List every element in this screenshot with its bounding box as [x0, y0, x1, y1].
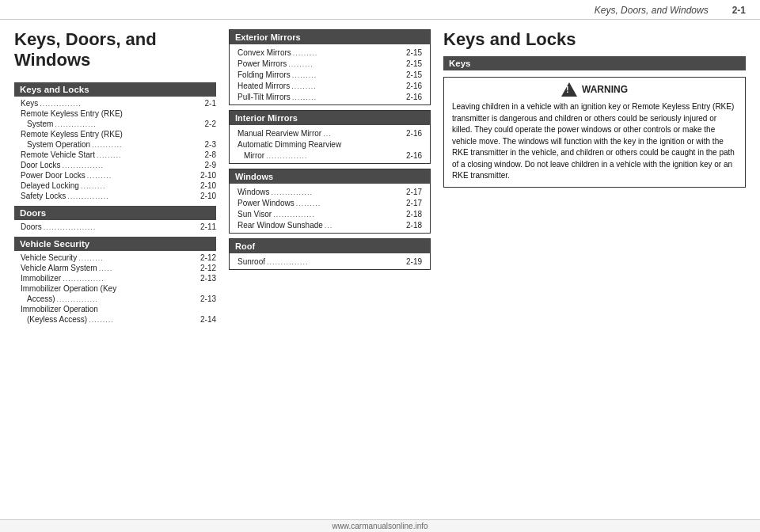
- section-header-vehicle-security: Vehicle Security: [14, 237, 216, 251]
- page-header: Keys, Doors, and Windows 2-1: [0, 0, 760, 20]
- main-content: Keys, Doors, and Windows Keys and Locks …: [0, 20, 760, 526]
- warning-label: WARNING: [582, 84, 628, 95]
- page-number: 2-1: [732, 5, 746, 16]
- book-title: Keys, Doors, and Windows: [14, 29, 216, 71]
- keys-subheader: Keys: [443, 56, 746, 70]
- right-column: Keys and Locks Keys WARNING Leaving chil…: [443, 29, 746, 520]
- toc-doors: Doors...................2-11: [14, 222, 216, 232]
- warning-triangle-icon: [561, 82, 577, 97]
- exterior-mirrors-body: Convex Mirrors.........2-15 Power Mirror…: [230, 44, 430, 104]
- interior-mirrors-body: Manual Rearview Mirror...2-16 Automatic …: [230, 125, 430, 163]
- left-column: Keys, Doors, and Windows Keys and Locks …: [14, 29, 216, 520]
- warning-box: WARNING Leaving children in a vehicle wi…: [443, 77, 746, 188]
- interior-mirrors-header: Interior Mirrors: [230, 111, 430, 125]
- section-header-doors: Doors: [14, 206, 216, 220]
- exterior-mirrors-header: Exterior Mirrors: [230, 30, 430, 44]
- roof-box: Roof Sunroof...............2-19: [229, 238, 431, 270]
- windows-box: Windows Windows...............2-17 Power…: [229, 169, 431, 234]
- toc-vehicle-security: Vehicle Security.........2-12 Vehicle Al…: [14, 253, 216, 325]
- interior-mirrors-box: Interior Mirrors Manual Rearview Mirror.…: [229, 110, 431, 164]
- toc-keys-locks: Keys...............2-1 Remote Keyless En…: [14, 98, 216, 201]
- roof-body: Sunroof...............2-19: [230, 253, 430, 269]
- section-header-keys-locks: Keys and Locks: [14, 82, 216, 97]
- website-url: www.carmanualsonline.info: [332, 522, 428, 530]
- bottom-bar: www.carmanualsonline.info: [0, 519, 760, 532]
- warning-title: WARNING: [452, 82, 737, 97]
- right-title: Keys and Locks: [443, 29, 746, 50]
- windows-header: Windows: [230, 169, 430, 184]
- roof-header: Roof: [230, 239, 430, 253]
- warning-text: Leaving children in a vehicle with an ig…: [452, 101, 737, 182]
- middle-column: Exterior Mirrors Convex Mirrors.........…: [229, 29, 431, 520]
- windows-body: Windows...............2-17 Power Windows…: [230, 184, 430, 233]
- chapter-title: Keys, Doors, and Windows: [595, 5, 709, 16]
- exterior-mirrors-box: Exterior Mirrors Convex Mirrors.........…: [229, 29, 431, 105]
